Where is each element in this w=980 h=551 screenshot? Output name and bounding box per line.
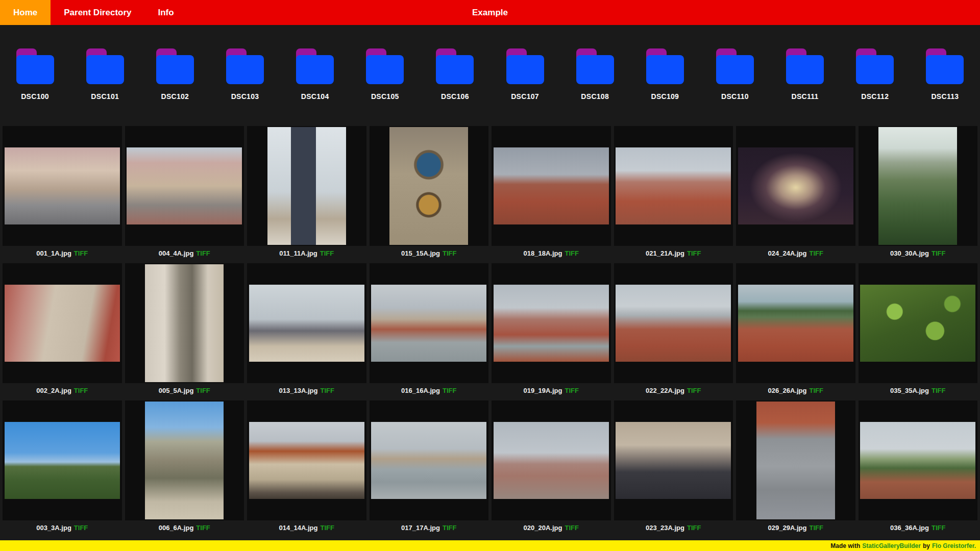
gallery-item: 006_6A.jpgTIFF <box>125 400 244 535</box>
image-format-link[interactable]: TIFF <box>320 387 334 394</box>
footer-author-link[interactable]: Flo Greistorfer. <box>932 542 976 549</box>
image-filename-link[interactable]: 029_29A.jpg <box>768 524 807 532</box>
gallery-item: 036_36A.jpgTIFF <box>859 400 978 535</box>
gallery-item: 020_20A.jpgTIFF <box>492 400 611 535</box>
nav-items: HomeParent DirectoryInfo <box>0 0 187 25</box>
image-filename-link[interactable]: 030_30A.jpg <box>890 249 929 257</box>
nav-item-home[interactable]: Home <box>0 0 51 25</box>
thumbnail-image[interactable] <box>249 285 364 362</box>
folder-icon <box>506 48 544 84</box>
thumbnail-image[interactable] <box>494 285 609 362</box>
footer-tool-link[interactable]: StaticGalleryBuilder <box>862 542 921 549</box>
folder-item[interactable]: DSC113 <box>910 48 980 101</box>
image-filename-link[interactable]: 002_2A.jpg <box>36 387 71 394</box>
image-filename-link[interactable]: 014_14A.jpg <box>279 524 318 532</box>
thumbnail-image[interactable] <box>145 264 224 382</box>
image-format-link[interactable]: TIFF <box>196 524 210 532</box>
image-filename-link[interactable]: 026_26A.jpg <box>768 387 807 394</box>
image-filename-link[interactable]: 011_11A.jpg <box>279 249 317 257</box>
image-filename-link[interactable]: 022_22A.jpg <box>646 387 684 394</box>
folder-item[interactable]: DSC106 <box>420 48 490 101</box>
folder-item[interactable]: DSC103 <box>210 48 280 101</box>
folder-item[interactable]: DSC107 <box>490 48 560 101</box>
image-format-link[interactable]: TIFF <box>74 249 88 257</box>
image-filename-link[interactable]: 016_16A.jpg <box>401 387 440 394</box>
thumbnail-image[interactable] <box>5 422 120 499</box>
thumbnail-image[interactable] <box>249 422 364 499</box>
folder-item[interactable]: DSC110 <box>700 48 770 101</box>
thumbnail-image[interactable] <box>267 127 346 244</box>
image-filename-link[interactable]: 024_24A.jpg <box>768 249 807 257</box>
image-format-link[interactable]: TIFF <box>687 524 701 532</box>
folder-item[interactable]: DSC112 <box>840 48 910 101</box>
folder-icon <box>436 48 474 84</box>
thumbnail-box <box>859 263 978 383</box>
image-format-link[interactable]: TIFF <box>443 524 456 532</box>
folder-item[interactable]: DSC102 <box>140 48 210 101</box>
nav-item-info[interactable]: Info <box>145 0 187 25</box>
image-format-link[interactable]: TIFF <box>809 387 823 394</box>
image-filename-link[interactable]: 003_3A.jpg <box>36 524 71 532</box>
image-filename-link[interactable]: 018_18A.jpg <box>524 249 562 257</box>
image-format-link[interactable]: TIFF <box>809 524 823 532</box>
image-format-link[interactable]: TIFF <box>809 249 823 257</box>
image-filename-link[interactable]: 013_13A.jpg <box>279 387 318 394</box>
image-format-link[interactable]: TIFF <box>932 249 945 257</box>
thumbnail-box <box>859 126 978 246</box>
thumbnail-image[interactable] <box>371 422 486 499</box>
image-format-link[interactable]: TIFF <box>565 387 578 394</box>
thumbnail-image[interactable] <box>756 402 835 519</box>
folder-item[interactable]: DSC104 <box>280 48 350 101</box>
thumbnail-image[interactable] <box>145 402 224 519</box>
image-filename-link[interactable]: 015_15A.jpg <box>401 249 440 257</box>
image-filename-link[interactable]: 001_1A.jpg <box>36 249 71 257</box>
thumbnail-image[interactable] <box>860 285 975 362</box>
image-filename-link[interactable]: 006_6A.jpg <box>159 524 194 532</box>
image-format-link[interactable]: TIFF <box>443 387 456 394</box>
thumbnail-image[interactable] <box>738 147 853 224</box>
image-format-link[interactable]: TIFF <box>320 524 334 532</box>
thumbnail-image[interactable] <box>616 422 731 499</box>
thumbnail-image[interactable] <box>860 422 975 499</box>
image-format-link[interactable]: TIFF <box>320 249 334 257</box>
image-format-link[interactable]: TIFF <box>687 249 701 257</box>
image-caption: 002_2A.jpgTIFF <box>3 383 122 397</box>
image-filename-link[interactable]: 036_36A.jpg <box>890 524 929 532</box>
image-format-link[interactable]: TIFF <box>932 524 945 532</box>
folder-item[interactable]: DSC108 <box>560 48 630 101</box>
thumbnail-image[interactable] <box>738 285 853 362</box>
image-filename-link[interactable]: 017_17A.jpg <box>401 524 440 532</box>
image-format-link[interactable]: TIFF <box>932 387 945 394</box>
image-filename-link[interactable]: 035_35A.jpg <box>890 387 929 394</box>
image-filename-link[interactable]: 019_19A.jpg <box>524 387 562 394</box>
folder-item[interactable]: DSC100 <box>0 48 70 101</box>
thumbnail-image[interactable] <box>494 147 609 224</box>
image-filename-link[interactable]: 020_20A.jpg <box>524 524 562 532</box>
image-format-link[interactable]: TIFF <box>565 249 578 257</box>
image-format-link[interactable]: TIFF <box>74 524 88 532</box>
image-format-link[interactable]: TIFF <box>443 249 456 257</box>
nav-item-parent-directory[interactable]: Parent Directory <box>51 0 144 25</box>
image-filename-link[interactable]: 021_21A.jpg <box>646 249 684 257</box>
image-format-link[interactable]: TIFF <box>74 387 88 394</box>
thumbnail-image[interactable] <box>878 127 957 244</box>
folder-item[interactable]: DSC105 <box>350 48 420 101</box>
thumbnail-image[interactable] <box>616 147 731 224</box>
thumbnail-image[interactable] <box>127 147 242 224</box>
image-format-link[interactable]: TIFF <box>565 524 578 532</box>
folder-item[interactable]: DSC109 <box>630 48 700 101</box>
thumbnail-image[interactable] <box>389 127 468 244</box>
folder-item[interactable]: DSC101 <box>70 48 140 101</box>
thumbnail-image[interactable] <box>616 285 731 362</box>
image-format-link[interactable]: TIFF <box>196 249 210 257</box>
image-format-link[interactable]: TIFF <box>196 387 210 394</box>
image-filename-link[interactable]: 004_4A.jpg <box>159 249 194 257</box>
thumbnail-image[interactable] <box>5 285 120 362</box>
thumbnail-image[interactable] <box>494 422 609 499</box>
thumbnail-image[interactable] <box>5 147 120 224</box>
image-format-link[interactable]: TIFF <box>687 387 701 394</box>
image-filename-link[interactable]: 005_5A.jpg <box>159 387 194 394</box>
thumbnail-image[interactable] <box>371 285 486 362</box>
folder-item[interactable]: DSC111 <box>770 48 840 101</box>
image-filename-link[interactable]: 023_23A.jpg <box>646 524 684 532</box>
